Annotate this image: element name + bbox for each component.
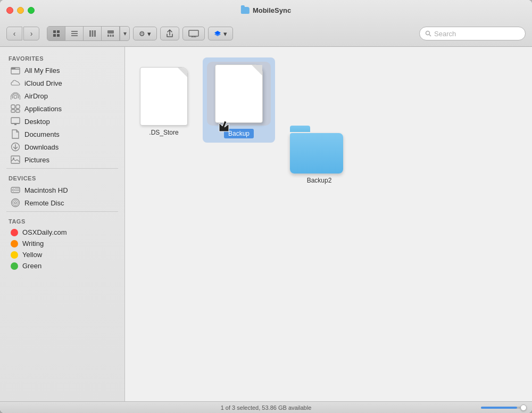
window-title: MobileSync — [241, 6, 291, 14]
toolbar: ‹ › ▾ — [0, 21, 532, 46]
arrange-arrow: ▾ — [147, 30, 151, 38]
share-button[interactable] — [160, 27, 179, 40]
sidebar-item-remote-disc[interactable]: Remote Disc — [2, 196, 122, 209]
sidebar-item-label: Documents — [24, 130, 60, 138]
svg-rect-29 — [11, 118, 20, 123]
all-my-files-icon — [11, 65, 20, 75]
file-item-ds-store[interactable]: .DS_Store — [136, 63, 192, 141]
svg-rect-25 — [11, 105, 15, 109]
arrange-button[interactable]: ⚙ ▾ — [133, 27, 157, 40]
svg-point-38 — [12, 189, 14, 191]
maximize-button[interactable] — [28, 7, 35, 14]
sidebar-item-yellow[interactable]: Yellow — [2, 249, 122, 260]
sidebar-item-icloud-drive[interactable]: iCloud Drive — [2, 77, 122, 89]
sidebar-item-documents[interactable]: Documents — [2, 128, 122, 141]
svg-point-42 — [14, 202, 16, 204]
backup-icon-wrapper — [207, 62, 271, 126]
finder-window: MobileSync ‹ › — [0, 0, 532, 413]
svg-rect-28 — [16, 110, 20, 112]
svg-rect-14 — [189, 30, 198, 36]
file-item-backup[interactable]: Backup — [203, 57, 275, 143]
title-bar-top: MobileSync — [0, 0, 532, 21]
list-view-button[interactable] — [65, 27, 84, 40]
sidebar-item-label: AirDrop — [24, 92, 48, 100]
svg-line-21 — [429, 35, 431, 36]
minimize-button[interactable] — [17, 7, 24, 14]
document-icon — [140, 67, 188, 126]
dropbox-label: ▾ — [223, 30, 227, 38]
window-title-text: MobileSync — [253, 6, 291, 14]
gear-icon: ⚙ — [139, 30, 145, 38]
file-view[interactable]: .DS_Store — [125, 47, 532, 401]
sidebar-item-airdrop[interactable]: AirDrop — [2, 89, 122, 102]
sidebar-item-desktop[interactable]: Desktop — [2, 115, 122, 128]
slider-thumb[interactable] — [520, 404, 527, 411]
sidebar-item-label: All My Files — [24, 67, 60, 75]
svg-rect-8 — [92, 30, 93, 37]
nav-buttons: ‹ › — [6, 27, 39, 40]
screen-button[interactable] — [182, 27, 205, 40]
downloads-icon — [11, 142, 20, 152]
svg-point-43 — [13, 200, 18, 205]
traffic-lights — [6, 7, 35, 14]
sidebar-item-osxdaily[interactable]: OSXDaily.com — [2, 227, 122, 238]
svg-rect-2 — [53, 34, 56, 37]
svg-point-20 — [426, 31, 430, 35]
sidebar-divider-2 — [6, 211, 118, 212]
backup-doc-icon — [215, 64, 263, 123]
forward-button[interactable]: › — [23, 27, 39, 40]
favorites-header: FAVORITES — [0, 51, 124, 64]
devices-header: DEVICES — [0, 171, 124, 184]
sidebar-item-green[interactable]: Green — [2, 260, 122, 271]
back-button[interactable]: ‹ — [6, 27, 22, 40]
svg-point-24 — [14, 95, 17, 98]
close-button[interactable] — [6, 7, 13, 14]
sidebar-item-label: Downloads — [24, 143, 59, 151]
svg-rect-4 — [71, 31, 78, 32]
slider-fill — [481, 407, 517, 409]
sidebar-item-label: OSXDaily.com — [22, 228, 67, 236]
sidebar-item-label: Applications — [24, 105, 62, 113]
file-name-ds-store: .DS_Store — [149, 129, 178, 136]
sidebar-item-label: Yellow — [22, 251, 42, 259]
sidebar-item-label: Remote Disc — [24, 199, 64, 207]
search-box[interactable]: Search — [419, 27, 526, 40]
sidebar-item-writing[interactable]: Writing — [2, 238, 122, 249]
svg-rect-26 — [16, 105, 20, 109]
cover-flow-button[interactable] — [102, 27, 120, 40]
column-view-button[interactable] — [84, 27, 102, 40]
icloud-icon — [11, 78, 20, 88]
screen-icon — [188, 30, 199, 37]
view-buttons: ▾ — [47, 26, 130, 41]
file-item-backup2[interactable]: Backup2 — [286, 121, 353, 188]
search-placeholder: Search — [434, 30, 456, 38]
svg-rect-27 — [11, 110, 15, 112]
sidebar-item-label: Macintosh HD — [24, 186, 68, 194]
dropbox-icon — [214, 30, 221, 37]
sidebar-item-pictures[interactable]: Pictures — [2, 153, 122, 166]
pictures-icon — [11, 155, 20, 164]
sidebar-item-macintosh-hd[interactable]: Macintosh HD — [2, 184, 122, 196]
icon-view-button[interactable] — [47, 27, 65, 40]
dropbox-button[interactable]: ▾ — [208, 27, 233, 40]
svg-rect-12 — [110, 35, 111, 37]
tag-dot-red — [11, 229, 18, 236]
sidebar-divider — [6, 168, 118, 169]
sidebar: FAVORITES All My Files iCloud Drive AirD… — [0, 47, 125, 401]
desktop-icon — [11, 117, 20, 126]
folder-icon-large — [290, 126, 348, 174]
svg-rect-6 — [71, 35, 78, 36]
folder-title-icon — [241, 7, 250, 14]
title-bar: MobileSync ‹ › — [0, 0, 532, 47]
view-options-arrow[interactable]: ▾ — [120, 27, 129, 40]
svg-rect-9 — [94, 30, 96, 37]
status-bar: 1 of 3 selected, 53.86 GB available — [0, 401, 532, 413]
sidebar-item-downloads[interactable]: Downloads — [2, 141, 122, 153]
sidebar-item-all-my-files[interactable]: All My Files — [2, 64, 122, 77]
sidebar-item-applications[interactable]: Applications — [2, 102, 122, 115]
zoom-slider[interactable] — [481, 407, 523, 409]
tags-header: TAGS — [0, 214, 124, 227]
sidebar-item-label: Pictures — [24, 156, 49, 164]
slider-track — [481, 407, 523, 409]
status-text: 1 of 3 selected, 53.86 GB available — [221, 404, 312, 411]
